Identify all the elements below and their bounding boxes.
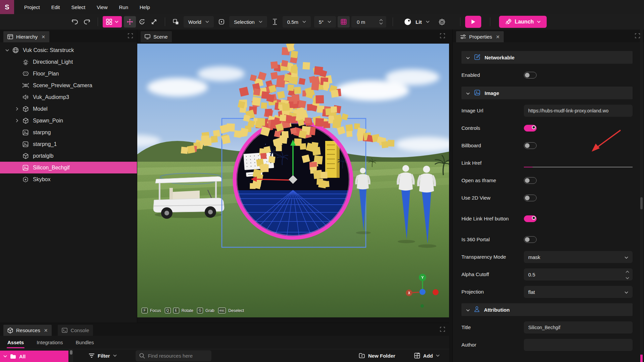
transform-pivot-dropdown[interactable]: Selection — [229, 16, 267, 28]
close-icon[interactable]: ✕ — [496, 34, 500, 40]
toggle-controls[interactable] — [524, 125, 537, 132]
chevron-right-icon[interactable] — [14, 107, 20, 111]
menu-run[interactable]: Run — [114, 2, 133, 12]
hierarchy-item-portalglb[interactable]: portalglb — [0, 150, 137, 162]
menu-view[interactable]: View — [92, 2, 112, 12]
app-logo[interactable]: S — [0, 0, 14, 14]
resources-panel: Resources✕ Console AssetsIntegrationsBun… — [0, 323, 449, 362]
grid-visibility-toggle[interactable] — [338, 16, 350, 28]
menu-edit[interactable]: Edit — [47, 2, 65, 12]
person-icon — [474, 306, 480, 313]
chevron-down-icon — [259, 20, 262, 23]
tab-hierarchy[interactable]: Hierarchy✕ — [3, 31, 49, 42]
transform-space-icon[interactable] — [170, 16, 182, 28]
folder-list-scrollbar[interactable] — [69, 349, 73, 362]
maximize-icon[interactable] — [635, 33, 640, 38]
chevron-right-icon[interactable] — [14, 119, 20, 122]
maximize-icon[interactable] — [440, 33, 445, 38]
hierarchy-item-vuk-cosic-starstruck[interactable]: Vuk Cosic: Starstruck — [0, 44, 137, 56]
shading-mode-dropdown[interactable]: Lit — [399, 16, 434, 28]
menu-select[interactable]: Select — [67, 2, 90, 12]
launch-button[interactable]: Launch — [499, 16, 547, 28]
menu-project[interactable]: Project — [19, 2, 45, 12]
filter-button[interactable]: Filter — [89, 353, 117, 359]
transform-mode-button[interactable] — [103, 16, 122, 28]
select-projection[interactable]: flat — [524, 286, 633, 298]
scene-viewport[interactable]: Y X FFocusQERotateGGrabescDeselect — [137, 44, 449, 317]
stepper-down-icon[interactable] — [379, 22, 383, 25]
section-header-attribution[interactable]: Attribution — [461, 303, 633, 316]
redo-button[interactable] — [81, 16, 93, 28]
toggle-hide-link-href-button[interactable] — [524, 215, 537, 222]
select-transparency-mode[interactable]: mask — [524, 251, 633, 263]
number-alpha-cutoff[interactable]: 0.5 — [524, 268, 633, 280]
input-author[interactable] — [524, 339, 633, 351]
snap-translate-icon[interactable] — [269, 16, 281, 28]
section-header-networkable[interactable]: Networkable — [461, 51, 633, 64]
search-input[interactable] — [148, 353, 205, 359]
transform-pivot-icon[interactable] — [215, 16, 228, 28]
toggle-use-2d-view[interactable] — [524, 195, 537, 201]
hierarchy-item-skybox[interactable]: Skybox — [0, 173, 137, 185]
chevron-down-icon[interactable] — [466, 307, 470, 313]
transform-space-dropdown[interactable]: World — [184, 16, 214, 28]
property-row-transparency-mode: Transparency Modemask — [461, 248, 633, 266]
toggle-billboard[interactable] — [524, 142, 537, 149]
tab-scene[interactable]: Scene — [141, 31, 172, 42]
hierarchy-item-silicon-bechgif[interactable]: Silicon_Bechgif — [0, 162, 137, 173]
stepper-up-icon[interactable] — [626, 268, 629, 274]
rotate-snap-dropdown[interactable]: 5° — [314, 16, 336, 28]
subtab-integrations[interactable]: Integrations — [36, 337, 63, 348]
hierarchy-item-scene-preview-camera[interactable]: Scene_Preview_Camera — [0, 80, 137, 91]
hierarchy-item-spawn-poin[interactable]: Spawn_Poin — [0, 115, 137, 126]
translate-snap-dropdown[interactable]: 0.5m — [283, 16, 311, 28]
add-button[interactable]: Add — [414, 353, 440, 359]
hierarchy-item-vuk-audiomp3[interactable]: Vuk_Audiomp3 — [0, 91, 137, 103]
resource-search[interactable] — [136, 350, 211, 361]
keycap-g: G — [197, 308, 203, 313]
toggle-open-as-iframe[interactable] — [524, 177, 537, 184]
tab-resources[interactable]: Resources✕ — [3, 325, 52, 336]
close-icon[interactable]: ✕ — [41, 34, 45, 40]
menu-help[interactable]: Help — [135, 2, 155, 12]
maximize-icon[interactable] — [128, 33, 133, 38]
translate-tool-button[interactable] — [124, 16, 136, 28]
input-image-url[interactable] — [524, 105, 633, 117]
input-title[interactable] — [524, 321, 633, 333]
folder-item-all[interactable]: All — [0, 351, 68, 362]
stepper-up-icon[interactable] — [379, 19, 383, 21]
chevron-down-icon[interactable] — [466, 90, 470, 96]
toggle-enabled[interactable] — [524, 72, 537, 79]
hierarchy-item-model[interactable]: Model — [0, 103, 137, 115]
tab-properties[interactable]: Properties✕ — [456, 31, 504, 42]
grid-height-stepper[interactable]: 0 m — [351, 16, 386, 28]
section-header-image[interactable]: Image — [461, 87, 633, 99]
hierarchy-item-starpng[interactable]: starpng — [0, 126, 137, 138]
hierarchy-item-directional-light[interactable]: Directional_Light — [0, 56, 137, 68]
property-row-controls: Controls — [461, 119, 633, 137]
property-row-alpha-cutoff: Alpha Cutoff0.5 — [461, 266, 633, 283]
settings-button[interactable] — [436, 16, 448, 28]
rotate-tool-button[interactable] — [136, 16, 148, 28]
chevron-down-icon — [328, 20, 331, 23]
property-row-title: Title — [461, 319, 633, 336]
toggle-is-360-portal[interactable] — [524, 236, 537, 243]
subtab-assets[interactable]: Assets — [7, 337, 24, 348]
hierarchy-item-starpng-1[interactable]: starpng_1 — [0, 138, 137, 150]
properties-scrollbar[interactable] — [640, 30, 643, 362]
property-row-projection: Projectionflat — [461, 283, 633, 301]
play-button[interactable] — [465, 16, 481, 28]
maximize-icon[interactable] — [440, 327, 445, 332]
hierarchy-item-floor-plan[interactable]: Floor_Plan — [0, 68, 137, 80]
close-icon[interactable]: ✕ — [44, 328, 48, 333]
chevron-down-icon[interactable] — [466, 55, 470, 60]
input-link-href[interactable] — [524, 157, 633, 169]
subtab-bundles[interactable]: Bundles — [75, 337, 95, 348]
tab-console[interactable]: Console — [58, 325, 93, 336]
new-folder-button[interactable]: New Folder — [359, 353, 395, 359]
console-icon — [62, 328, 67, 333]
chevron-down-icon[interactable] — [4, 49, 10, 52]
undo-button[interactable] — [69, 16, 81, 28]
scale-tool-button[interactable] — [148, 16, 160, 28]
stepper-down-icon[interactable] — [626, 275, 629, 280]
